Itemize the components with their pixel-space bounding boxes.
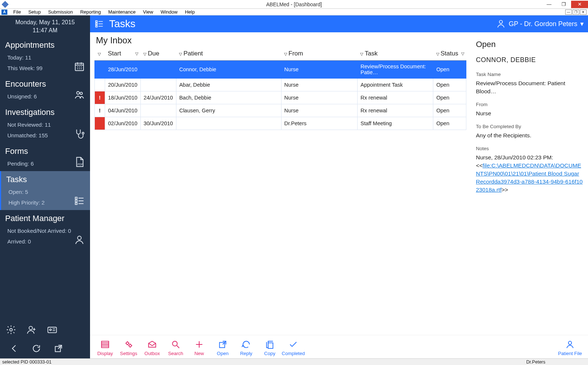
svg-text:PDF: PDF [78,163,83,166]
svg-rect-23 [268,343,273,348]
mdi-minimize-button[interactable]: — [565,10,572,15]
svg-point-1 [77,91,80,94]
status-bar: selected PID 000333-01 Dr.Peters [0,358,588,365]
svg-point-21 [172,341,177,346]
detail-notes: Nurse, 28/Jun/2010 02:23 PM: <<file:C:\A… [476,153,583,194]
col-status[interactable]: ▽Status▽ [433,48,466,61]
settings-icon[interactable] [6,325,16,335]
task-detail-pane: Open CONNOR, DEBBIE Task Name Review/Pro… [469,32,588,358]
footer-patient-file-button[interactable]: Patient File [557,340,583,356]
col-due[interactable]: ▽Due [140,48,176,61]
svg-rect-16 [96,25,97,27]
calendar-icon [74,61,85,72]
detail-status: Open [476,40,583,48]
svg-point-24 [569,341,572,344]
window-title: ABELMed - [Dashboard] [266,1,322,7]
svg-rect-14 [96,21,97,22]
footer-display-button[interactable]: Display [95,340,115,356]
svg-point-17 [499,20,503,24]
table-row[interactable]: !04/Jun/2010Clausen, GerryNurseRx renewa… [95,104,466,117]
popout-icon[interactable] [54,344,63,353]
menu-setup[interactable]: Setup [25,9,44,15]
col-task[interactable]: ▽Task [357,48,433,61]
detail-task-name: Review/Process Document: Patient Blood… [476,79,583,95]
window-minimize-button[interactable]: — [542,1,556,8]
status-right: Dr.Peters [526,359,545,365]
svg-rect-7 [75,203,77,205]
svg-rect-11 [48,327,56,333]
people-icon [74,89,85,100]
mdi-restore-button[interactable]: ❐ [573,10,579,15]
menu-bar: A File Setup Submission Reporting Mainte… [0,9,588,15]
svg-point-3 [82,132,84,134]
card-icon[interactable] [47,325,57,335]
tasks-header-icon [94,19,104,29]
window-close-button[interactable]: ✕ [571,1,588,8]
footer-copy-button[interactable]: Copy [260,340,280,356]
detail-tbc: Any of the Recipients. [476,131,583,140]
col-start[interactable]: Start▽ [105,48,141,61]
table-row[interactable]: 28/Jun/2010Connor, DebbieNurseReview/Pro… [95,61,466,79]
footer-completed-button[interactable]: Completed [283,340,303,356]
col-flag[interactable]: ▽ [95,48,105,61]
sidebar-datetime: Monday, May 11, 2015 11:47 AM [0,15,90,37]
footer-toolbar: Display Settings Outbox Search New Open … [90,335,588,358]
col-from[interactable]: ▽From [281,48,357,61]
sidebar-item-investigations[interactable]: Investigations Not Reviewed: 11 Unmatche… [0,104,90,143]
footer-reply-button[interactable]: Reply [236,340,256,356]
svg-point-9 [10,329,12,331]
window-titlebar: ABELMed - [Dashboard] — ❐ ✕ [0,0,588,9]
page-title: Tasks [109,18,136,30]
tasks-icon [74,195,85,206]
user-dropdown[interactable]: GP - Dr. Gordon Peters ▾ [496,19,584,29]
detail-patient: CONNOR, DEBBIE [476,56,583,64]
footer-search-button[interactable]: Search [166,340,186,356]
app-logo-icon: A [1,10,7,15]
svg-rect-5 [75,197,77,199]
table-row[interactable]: 20/Jun/2010Abar, DebbieNurseAppointment … [95,79,466,91]
sidebar-item-forms[interactable]: Forms Pending: 6 PDF [0,143,90,171]
detail-file-link[interactable]: file:C:\ABELMEDCDN\DATA\DOCUMENTS\PN00\0… [476,162,582,193]
svg-rect-6 [75,200,77,202]
svg-point-2 [80,92,82,94]
inbox-title: My Inbox [94,32,469,48]
mdi-close-button[interactable]: ✕ [580,10,587,15]
menu-window[interactable]: Window [157,9,181,15]
main: Tasks GP - Dr. Gordon Peters ▾ My Inbox … [90,15,588,358]
stethoscope-icon [74,128,85,139]
footer-settings-button[interactable]: Settings [119,340,139,356]
sidebar-item-appointments[interactable]: Appointments Today: 11 This Week: 99 [0,37,90,76]
detail-from: Nurse [476,109,583,118]
doctor-icon [496,19,506,29]
col-patient[interactable]: ▽Patient [176,48,281,61]
pdf-icon: PDF [74,156,85,167]
window-maximize-button[interactable]: ❐ [556,1,571,8]
sidebar-item-tasks[interactable]: Tasks Open: 5 High Priority: 2 [0,171,90,210]
sidebar: Monday, May 11, 2015 11:47 AM Appointmen… [0,15,90,358]
chevron-down-icon: ▾ [580,20,584,28]
menu-reporting[interactable]: Reporting [76,9,104,15]
svg-point-10 [29,326,32,330]
menu-maintenance[interactable]: Maintenance [105,9,139,15]
table-row[interactable]: !18/Jun/201024/Jun/2010Bach, DebbieNurse… [95,91,466,104]
person-add-icon[interactable] [26,325,37,335]
table-header-row: ▽ Start▽ ▽Due ▽Patient ▽From ▽Task ▽Stat… [95,48,466,61]
menu-help[interactable]: Help [181,9,198,15]
table-row[interactable]: 02/Jun/201030/Jun/2010Dr.PetersStaff Mee… [95,117,466,130]
menu-submission[interactable]: Submission [44,9,76,15]
footer-open-button[interactable]: Open [213,340,233,356]
app-icon [2,1,9,8]
svg-point-19 [126,342,129,345]
tasks-table: ▽ Start▽ ▽Due ▽Patient ▽From ▽Task ▽Stat… [94,48,466,130]
footer-outbox-button[interactable]: Outbox [142,340,162,356]
main-header: Tasks GP - Dr. Gordon Peters ▾ [90,15,588,32]
status-left: selected PID 000333-01 [2,359,51,365]
menu-file[interactable]: File [10,9,25,15]
sidebar-item-encounters[interactable]: Encounters Unsigned: 6 [0,76,90,104]
footer-new-button[interactable]: New [189,340,209,356]
sidebar-item-patient-manager[interactable]: Patient Manager Not Booked/Not Arrived: … [0,210,90,249]
back-icon[interactable] [10,344,19,353]
patient-icon [74,234,85,245]
refresh-icon[interactable] [32,344,41,353]
menu-view[interactable]: View [139,9,157,15]
